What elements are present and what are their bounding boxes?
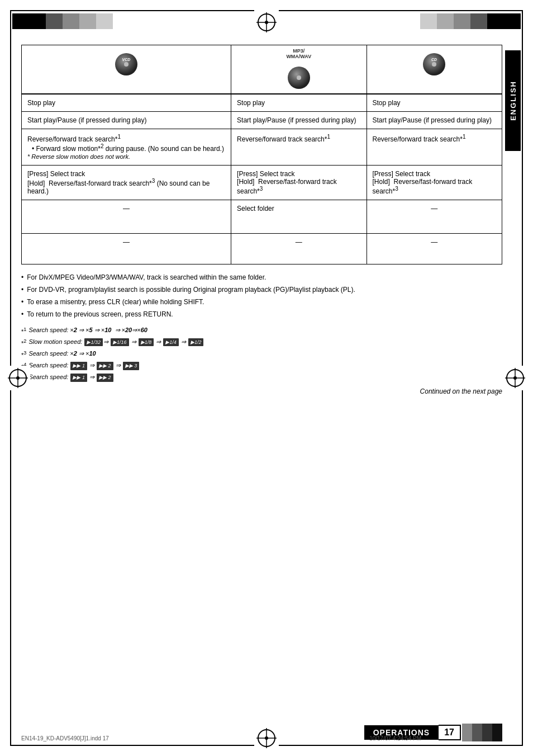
header-block-6 bbox=[420, 13, 437, 29]
track-cd-text: [Press] Select track [Hold] Reverse/fast… bbox=[373, 170, 473, 195]
english-sidebar: ENGLISH bbox=[505, 50, 521, 151]
footnote-item: *2 Slow motion speed: ▶1/32⇒ ▶1/16 ⇒ ▶1/… bbox=[21, 338, 502, 348]
cd-disc-icon: CD bbox=[420, 49, 448, 77]
speed-badge: ▶1/32 bbox=[84, 338, 103, 347]
note-bullet: • bbox=[21, 309, 23, 319]
note-bullet: • bbox=[21, 297, 23, 307]
note-item: • To return to the previous screen, pres… bbox=[21, 309, 502, 319]
svg-point-3 bbox=[265, 21, 268, 24]
cell-extra-vcd: — bbox=[22, 233, 231, 264]
extra-mp3-dash: — bbox=[296, 238, 302, 246]
svg-text:CD: CD bbox=[431, 58, 437, 62]
extra-vcd-dash: — bbox=[123, 238, 130, 246]
table-header-mp3: MP3/WMA/WAV bbox=[231, 45, 367, 94]
speed-badge: ▶▶ 1 bbox=[70, 362, 87, 370]
cell-track-mp3: [Press] Select track [Hold] Reverse/fast… bbox=[231, 165, 367, 200]
speed-badge: ▶1/2 bbox=[188, 338, 204, 347]
continued-text: Continued on the next page bbox=[21, 388, 502, 395]
header-block-1 bbox=[12, 13, 46, 29]
mp3-header-label: MP3/WMA/WAV bbox=[286, 49, 311, 60]
cell-extra-cd: — bbox=[367, 233, 502, 264]
table-header-cd: CD bbox=[367, 45, 502, 94]
vcd-disc-icon: VCD bbox=[112, 49, 140, 77]
footnote-num-3: *3 bbox=[21, 349, 26, 360]
ops-block-4 bbox=[492, 724, 502, 741]
note-text-4: To return to the previous screen, press … bbox=[27, 309, 173, 319]
extra-cd-dash: — bbox=[431, 238, 437, 246]
svg-point-15 bbox=[513, 376, 517, 380]
cell-track-vcd: [Press] Select track [Hold] Reverse/fast… bbox=[22, 165, 231, 200]
header-block-7 bbox=[437, 13, 454, 29]
page-number: 17 bbox=[439, 725, 461, 740]
note-bullet: • bbox=[21, 272, 23, 282]
header-block-2 bbox=[46, 13, 63, 29]
cell-folder-vcd: — bbox=[22, 200, 231, 233]
search-cd-text: Reverse/forward track search*1 bbox=[373, 135, 466, 143]
cell-startplay-cd: Start play/Pause (if pressed during play… bbox=[367, 111, 502, 129]
cell-track-cd: [Press] Select track [Hold] Reverse/fast… bbox=[367, 165, 502, 200]
track-vcd-text: [Press] Select track [Hold] Reverse/fast… bbox=[27, 170, 210, 195]
footnote-text-5: Search speed: ▶▶ 1 ⇒ ▶▶ 2 bbox=[28, 373, 113, 383]
speed-badge: ▶1/4 bbox=[163, 338, 179, 347]
footnote-item: *4 Search speed: ▶▶ 1 ⇒ ▶▶ 2 ⇒ ▶▶ 3 bbox=[21, 361, 502, 371]
speed-badge: ▶▶ 2 bbox=[97, 374, 113, 382]
note-item: • To erase a misentry, press CLR (clear)… bbox=[21, 297, 502, 307]
note-text-1: For DivX/MPEG Video/MP3/WMA/WAV, track i… bbox=[27, 272, 266, 282]
table-row: [Press] Select track [Hold] Reverse/fast… bbox=[22, 165, 502, 200]
footnote-num-1: *1 bbox=[21, 326, 26, 336]
cell-stop-mp3: Stop play bbox=[231, 94, 367, 112]
notes-section: • For DivX/MPEG Video/MP3/WMA/WAV, track… bbox=[21, 272, 502, 319]
vcd-header-content: VCD bbox=[27, 49, 225, 77]
footnote-text-2: Slow motion speed: ▶1/32⇒ ▶1/16 ⇒ ▶1/8 ⇒… bbox=[28, 338, 204, 348]
cd-header-content: CD bbox=[373, 49, 496, 77]
note-item: • For DivX/MPEG Video/MP3/WMA/WAV, track… bbox=[21, 272, 502, 282]
speed-badge: ▶1/8 bbox=[139, 338, 154, 347]
cell-folder-mp3: Select folder bbox=[231, 200, 367, 233]
header-block-8 bbox=[454, 13, 470, 29]
footer-file-info: EN14-19_KD-ADV5490[J]1.indd 17 bbox=[21, 735, 109, 741]
startplay-vcd-text: Start play/Pause (if pressed during play… bbox=[27, 116, 146, 124]
english-label: ENGLISH bbox=[509, 81, 517, 121]
speed-badge: ▶▶ 2 bbox=[97, 362, 113, 370]
continued-label: Continued on the next page bbox=[420, 388, 502, 395]
table-row: — Select folder — bbox=[22, 200, 502, 233]
folder-cd-dash: — bbox=[431, 205, 437, 212]
header-block-10 bbox=[487, 13, 521, 29]
footer-center-crosshair bbox=[254, 726, 279, 750]
footer-timestamp: 10/17/07 4:24:54 PM bbox=[369, 735, 421, 741]
cell-startplay-vcd: Start play/Pause (if pressed during play… bbox=[22, 111, 231, 129]
footer-file-text: EN14-19_KD-ADV5490[J]1.indd 17 bbox=[21, 735, 109, 741]
startplay-mp3-text: Start play/Pause (if pressed during play… bbox=[237, 116, 356, 124]
stop-play-vcd-text: Stop play bbox=[27, 99, 55, 107]
note-item: • For DVD-VR, program/playlist search is… bbox=[21, 285, 502, 295]
footnote-num-2: *2 bbox=[21, 338, 26, 348]
stop-play-mp3-text: Stop play bbox=[237, 99, 265, 107]
select-folder-text: Select folder bbox=[237, 205, 274, 212]
note-text-2: For DVD-VR, program/playlist search is p… bbox=[27, 285, 355, 295]
stop-play-cd-text: Stop play bbox=[373, 99, 401, 107]
table-header-vcd: VCD bbox=[22, 45, 231, 94]
search-mp3-text: Reverse/forward track search*1 bbox=[237, 135, 330, 143]
header-block-4 bbox=[79, 13, 96, 29]
header-center-crosshair bbox=[254, 10, 279, 35]
note-text-3: To erase a misentry, press CLR (clear) w… bbox=[27, 297, 204, 307]
right-center-crosshair bbox=[503, 366, 527, 390]
folder-vcd-dash: — bbox=[123, 205, 130, 212]
footnote-text-3: Search speed: ×2 ⇒ ×10 bbox=[28, 349, 96, 360]
speed-badge: ▶1/16 bbox=[111, 338, 129, 347]
svg-point-17 bbox=[124, 62, 129, 67]
note-bullet: • bbox=[21, 285, 23, 295]
footnote-text-1: Search speed: ×2 ⇒ ×5 ⇒ ×10 ⇒ ×20⇒×60 bbox=[28, 326, 147, 336]
table-row: — — — bbox=[22, 233, 502, 264]
cell-folder-cd: — bbox=[367, 200, 502, 233]
mp3-header-content: MP3/WMA/WAV bbox=[237, 49, 360, 90]
cell-search-mp3: Reverse/forward track search*1 bbox=[231, 129, 367, 165]
cell-stop-cd: Stop play bbox=[367, 94, 502, 112]
header-block-9 bbox=[470, 13, 487, 29]
footnote-item: *3 Search speed: ×2 ⇒ ×10 bbox=[21, 349, 502, 360]
track-mp3-text: [Press] Select track [Hold] Reverse/fast… bbox=[237, 170, 337, 195]
ops-block-2 bbox=[472, 724, 482, 741]
cell-search-vcd: Reverse/forward track search*1 • Forward… bbox=[22, 129, 231, 165]
cell-stop-vcd: Stop play bbox=[22, 94, 231, 112]
svg-point-20 bbox=[297, 75, 301, 80]
